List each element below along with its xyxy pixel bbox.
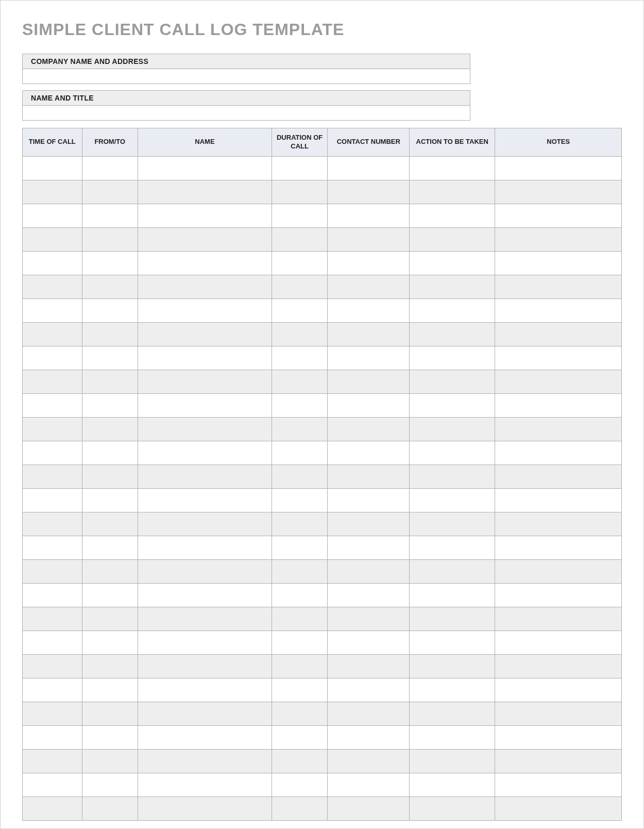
cell-input[interactable] [23,536,82,559]
cell-input[interactable] [272,678,327,702]
cell-input[interactable] [272,797,327,820]
cell-input[interactable] [138,584,272,607]
cell-input[interactable] [410,584,495,607]
cell-input[interactable] [272,773,327,797]
cell-input[interactable] [495,275,621,299]
cell-input[interactable] [410,797,495,820]
cell-input[interactable] [23,394,82,417]
cell-input[interactable] [138,489,272,512]
cell-input[interactable] [495,441,621,465]
cell-input[interactable] [23,702,82,725]
cell-input[interactable] [272,370,327,393]
cell-input[interactable] [23,465,82,488]
cell-input[interactable] [138,702,272,725]
cell-input[interactable] [495,489,621,512]
cell-input[interactable] [272,346,327,370]
cell-input[interactable] [82,323,138,346]
cell-input[interactable] [410,726,495,749]
cell-input[interactable] [23,797,82,820]
cell-input[interactable] [23,204,82,227]
cell-input[interactable] [328,702,409,725]
cell-input[interactable] [495,560,621,583]
cell-input[interactable] [82,275,138,299]
cell-input[interactable] [82,536,138,559]
cell-input[interactable] [138,631,272,654]
cell-input[interactable] [495,655,621,678]
cell-input[interactable] [23,655,82,678]
cell-input[interactable] [328,489,409,512]
cell-input[interactable] [410,773,495,797]
cell-input[interactable] [272,726,327,749]
cell-input[interactable] [495,180,621,204]
cell-input[interactable] [138,204,272,227]
cell-input[interactable] [138,418,272,441]
cell-input[interactable] [495,797,621,820]
cell-input[interactable] [495,252,621,275]
cell-input[interactable] [495,394,621,417]
cell-input[interactable] [23,275,82,299]
cell-input[interactable] [272,584,327,607]
cell-input[interactable] [138,180,272,204]
cell-input[interactable] [272,560,327,583]
cell-input[interactable] [23,678,82,702]
cell-input[interactable] [272,607,327,631]
cell-input[interactable] [138,157,272,180]
cell-input[interactable] [23,252,82,275]
cell-input[interactable] [272,655,327,678]
cell-input[interactable] [82,655,138,678]
cell-input[interactable] [272,299,327,322]
cell-input[interactable] [328,228,409,251]
cell-input[interactable] [23,631,82,654]
cell-input[interactable] [410,418,495,441]
cell-input[interactable] [495,370,621,393]
company-input[interactable] [23,69,470,84]
cell-input[interactable] [328,370,409,393]
cell-input[interactable] [138,726,272,749]
cell-input[interactable] [272,489,327,512]
cell-input[interactable] [410,394,495,417]
cell-input[interactable] [272,204,327,227]
cell-input[interactable] [328,441,409,465]
cell-input[interactable] [23,489,82,512]
cell-input[interactable] [410,275,495,299]
cell-input[interactable] [23,323,82,346]
cell-input[interactable] [495,323,621,346]
cell-input[interactable] [138,607,272,631]
cell-input[interactable] [138,678,272,702]
cell-input[interactable] [82,489,138,512]
cell-input[interactable] [82,299,138,322]
cell-input[interactable] [82,252,138,275]
cell-input[interactable] [495,702,621,725]
cell-input[interactable] [82,157,138,180]
cell-input[interactable] [82,370,138,393]
cell-input[interactable] [328,299,409,322]
cell-input[interactable] [23,584,82,607]
cell-input[interactable] [410,489,495,512]
cell-input[interactable] [410,370,495,393]
cell-input[interactable] [23,560,82,583]
cell-input[interactable] [272,512,327,536]
cell-input[interactable] [23,750,82,773]
cell-input[interactable] [328,773,409,797]
cell-input[interactable] [82,204,138,227]
cell-input[interactable] [410,512,495,536]
cell-input[interactable] [328,678,409,702]
cell-input[interactable] [82,394,138,417]
cell-input[interactable] [23,346,82,370]
cell-input[interactable] [23,607,82,631]
cell-input[interactable] [272,536,327,559]
cell-input[interactable] [82,346,138,370]
cell-input[interactable] [328,180,409,204]
cell-input[interactable] [410,299,495,322]
cell-input[interactable] [495,750,621,773]
cell-input[interactable] [495,204,621,227]
cell-input[interactable] [495,678,621,702]
cell-input[interactable] [272,394,327,417]
cell-input[interactable] [328,157,409,180]
cell-input[interactable] [495,584,621,607]
cell-input[interactable] [82,607,138,631]
cell-input[interactable] [272,252,327,275]
cell-input[interactable] [328,204,409,227]
cell-input[interactable] [82,560,138,583]
cell-input[interactable] [272,702,327,725]
